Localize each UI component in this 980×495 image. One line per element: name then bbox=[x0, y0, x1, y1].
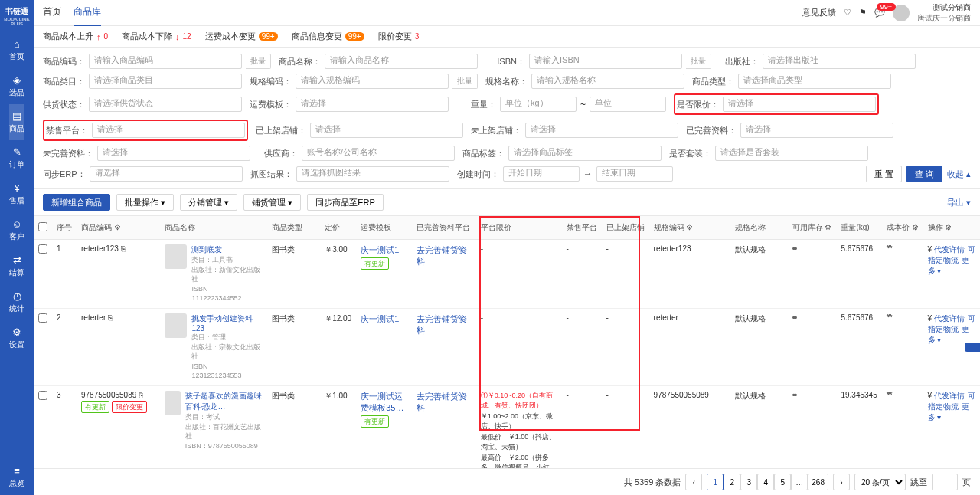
detail-link[interactable]: 代发详情 bbox=[934, 245, 965, 254]
form-row: 商品编码：请输入商品编码批量 bbox=[43, 54, 271, 69]
col-已完善资料平台[interactable]: 已完善资料平台 bbox=[412, 216, 476, 240]
detail-link[interactable]: 代发详情 bbox=[934, 392, 965, 400]
jump-input[interactable] bbox=[932, 474, 958, 490]
new-combo-button[interactable]: 新增组合商品 bbox=[43, 194, 110, 211]
page-2[interactable]: 2 bbox=[724, 474, 740, 490]
filter-icon[interactable]: ⚙ bbox=[825, 223, 831, 231]
product-name-link[interactable]: 孩子超喜欢的漫画趣味百科·恐龙… bbox=[185, 391, 263, 412]
float-tip-button[interactable]: 提点 bbox=[965, 343, 980, 352]
shop-mgmt-button[interactable]: 铺货管理 ▾ bbox=[243, 194, 301, 211]
page-4[interactable]: 4 bbox=[757, 474, 774, 490]
row-select[interactable] bbox=[38, 391, 47, 400]
nav-首页[interactable]: ⌂首页 bbox=[9, 32, 24, 68]
chip-限价变更[interactable]: 限价变更 3 bbox=[378, 31, 420, 42]
export-link[interactable]: 导出 ▾ bbox=[947, 197, 971, 208]
filter-icon[interactable]: ⚙ bbox=[114, 223, 121, 231]
freight-link[interactable]: 庆一测试运费模板35… bbox=[361, 392, 403, 412]
search-form: 商品编码：请输入商品编码批量商品名称：请输入商品名称ISBN：请输入ISBN批量… bbox=[34, 48, 980, 189]
stock-more[interactable]: ••• bbox=[792, 313, 796, 322]
dist-mgmt-button[interactable]: 分销管理 ▾ bbox=[180, 194, 237, 211]
col-成本价[interactable]: 成本价 ⚙ bbox=[882, 216, 923, 240]
stock-more[interactable]: ••• bbox=[792, 391, 796, 399]
freight-link[interactable]: 庆一测试1 bbox=[361, 245, 399, 254]
tab-商品库[interactable]: 商品库 bbox=[74, 0, 101, 26]
col-已上架店铺[interactable]: 已上架店铺 bbox=[602, 216, 649, 240]
sync-erp-button[interactable]: 同步商品至ERP bbox=[307, 194, 384, 211]
nav-overview[interactable]: ≡ 总览 bbox=[0, 459, 34, 495]
chip-运费成本变更[interactable]: 运费成本变更 99+ bbox=[205, 31, 278, 42]
heart-icon[interactable]: ♡ bbox=[844, 8, 851, 18]
nav-商品[interactable]: ▤商品 bbox=[9, 104, 24, 140]
bell-icon[interactable]: 💬99+ bbox=[874, 8, 885, 18]
prev-page[interactable]: ‹ bbox=[685, 474, 702, 490]
collapse-link[interactable]: 收起 ▴ bbox=[947, 169, 971, 180]
product-table-wrap[interactable]: 序号 商品编码 ⚙商品名称 商品类型 定价 运费模板 已完善资料平台 平台限价 … bbox=[34, 216, 980, 468]
chip-商品成本下降[interactable]: 商品成本下降 ↓12 bbox=[122, 31, 191, 42]
feedback-link[interactable]: 意见反馈 bbox=[802, 7, 836, 18]
nav-选品[interactable]: ◈选品 bbox=[9, 68, 24, 104]
filter-icon[interactable]: ⚙ bbox=[945, 223, 952, 231]
nav-统计[interactable]: ◷统计 bbox=[9, 284, 24, 320]
freight-link[interactable]: 庆一测试1 bbox=[361, 314, 399, 323]
chip-商品成本上升[interactable]: 商品成本上升 ↑0 bbox=[43, 31, 108, 42]
page-3[interactable]: 3 bbox=[740, 474, 757, 490]
detail-link[interactable]: 代发详情 bbox=[934, 314, 965, 323]
batch-op-button[interactable]: 批量操作 ▾ bbox=[116, 194, 174, 211]
product-image[interactable] bbox=[165, 244, 188, 269]
copy-icon[interactable]: ⎘ bbox=[139, 391, 143, 399]
col-平台限价[interactable]: 平台限价 bbox=[476, 216, 562, 240]
col-可用库存[interactable]: 可用库存 ⚙ bbox=[788, 216, 837, 240]
nav-订单[interactable]: ✎订单 bbox=[9, 140, 24, 176]
chip-商品信息变更[interactable]: 商品信息变更 99+ bbox=[292, 31, 364, 42]
nav-设置[interactable]: ⚙设置 bbox=[9, 320, 24, 356]
page-268[interactable]: 268 bbox=[808, 474, 828, 490]
page-5[interactable]: 5 bbox=[774, 474, 791, 490]
page-1[interactable]: 1 bbox=[707, 474, 724, 490]
user-info[interactable]: 测试分销商 唐试庆一分销商 bbox=[917, 2, 971, 24]
total-count: 共 5359 条数据 bbox=[624, 477, 681, 488]
col-商品编码[interactable]: 商品编码 ⚙ bbox=[77, 216, 160, 240]
material-link[interactable]: 去完善铺货资料 bbox=[416, 245, 467, 266]
col-序号[interactable]: 序号 bbox=[52, 216, 77, 240]
copy-icon[interactable]: ⎘ bbox=[121, 244, 126, 253]
batch-btn[interactable]: 批量 bbox=[246, 54, 271, 69]
flag-icon[interactable]: ⚑ bbox=[859, 8, 867, 18]
page-size-select[interactable]: 20 条/页 bbox=[854, 474, 906, 490]
filter-icon[interactable]: ⚙ bbox=[912, 223, 919, 231]
tab-首页[interactable]: 首页 bbox=[43, 0, 61, 26]
col-商品名称[interactable]: 商品名称 bbox=[160, 216, 267, 240]
page-…[interactable]: … bbox=[791, 474, 808, 490]
nav-售后[interactable]: ¥售后 bbox=[9, 176, 24, 212]
col-运费模板[interactable]: 运费模板 bbox=[356, 216, 412, 240]
copy-icon[interactable]: ⎘ bbox=[108, 313, 113, 322]
product-image[interactable] bbox=[165, 313, 188, 338]
search-button[interactable]: 查 询 bbox=[906, 166, 942, 182]
row-select[interactable] bbox=[38, 244, 47, 254]
next-page[interactable]: › bbox=[833, 474, 850, 490]
nav-icon: ✎ bbox=[9, 146, 24, 158]
product-table: 序号 商品编码 ⚙商品名称 商品类型 定价 运费模板 已完善资料平台 平台限价 … bbox=[34, 216, 980, 468]
col-规格编码[interactable]: 规格编码 ⚙ bbox=[649, 216, 730, 240]
col-定价[interactable]: 定价 bbox=[320, 216, 356, 240]
nav-客户[interactable]: ☺客户 bbox=[9, 212, 24, 248]
col-商品类型[interactable]: 商品类型 bbox=[267, 216, 320, 240]
nav-icon: ☺ bbox=[9, 218, 24, 230]
col-操作[interactable]: 操作 ⚙ bbox=[923, 216, 981, 240]
product-name-link[interactable]: 测到底发 bbox=[191, 244, 262, 255]
product-name-link[interactable]: 挑发手动创建资料123 bbox=[191, 313, 262, 333]
col-规格名称[interactable]: 规格名称 bbox=[730, 216, 788, 240]
form-row: 供应商：账号名称/公司名称 bbox=[258, 146, 455, 161]
col-禁售平台[interactable]: 禁售平台 bbox=[562, 216, 602, 240]
material-link[interactable]: 去完善铺货资料 bbox=[416, 392, 467, 412]
stock-more[interactable]: ••• bbox=[792, 244, 796, 253]
product-image[interactable] bbox=[165, 391, 181, 415]
select-all[interactable] bbox=[38, 222, 47, 231]
nav-结算[interactable]: ⇄结算 bbox=[9, 248, 24, 284]
row-select[interactable] bbox=[38, 313, 47, 323]
reset-button[interactable]: 重 置 bbox=[866, 166, 902, 182]
form-row: 商品名称：请输入商品名称 bbox=[279, 54, 478, 69]
material-link[interactable]: 去完善铺货资料 bbox=[416, 314, 467, 335]
form-row: 商品类目：请选择商品类目 bbox=[43, 74, 242, 89]
filter-icon[interactable]: ⚙ bbox=[686, 223, 693, 231]
col-重量(kg)[interactable]: 重量(kg) bbox=[836, 216, 881, 240]
